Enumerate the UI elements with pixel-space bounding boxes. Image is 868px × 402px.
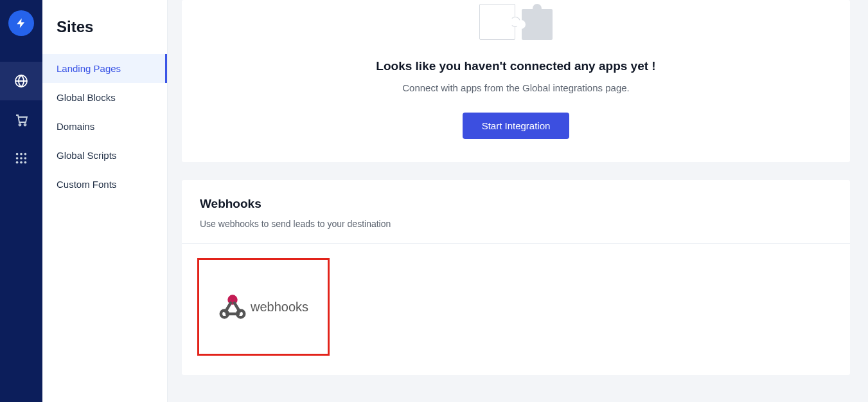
webhooks-body: webhooks xyxy=(182,244,850,375)
globe-icon xyxy=(13,73,29,89)
empty-title: Looks like you haven't connected any app… xyxy=(182,59,850,73)
sidebar-item-global-scripts[interactable]: Global Scripts xyxy=(42,141,167,170)
flash-icon xyxy=(15,17,27,29)
svg-point-6 xyxy=(16,157,19,160)
svg-point-11 xyxy=(24,161,27,164)
sidebar-item-landing-pages[interactable]: Landing Pages xyxy=(42,54,167,83)
webhooks-header: Webhooks Use webhooks to send leads to y… xyxy=(182,180,850,244)
svg-point-5 xyxy=(24,153,27,156)
svg-point-1 xyxy=(19,124,21,126)
sidebar-item-label: Landing Pages xyxy=(57,63,121,74)
nav-rail-apps[interactable] xyxy=(0,139,42,178)
app-logo[interactable] xyxy=(8,10,34,36)
svg-point-15 xyxy=(230,297,235,302)
sidebar-item-label: Custom Fonts xyxy=(57,179,116,190)
puzzle-illustration xyxy=(182,0,850,40)
svg-point-4 xyxy=(20,153,22,156)
sidebar-item-custom-fonts[interactable]: Custom Fonts xyxy=(42,170,167,199)
start-integration-button[interactable]: Start Integration xyxy=(463,113,570,139)
webhooks-tile[interactable]: webhooks xyxy=(197,258,330,356)
svg-point-3 xyxy=(16,153,19,156)
webhooks-tile-label: webhooks xyxy=(251,300,308,315)
empty-subtitle: Connect with apps from the Global integr… xyxy=(182,82,850,93)
integrations-empty-card: Looks like you haven't connected any app… xyxy=(182,0,850,162)
main-content: Looks like you haven't connected any app… xyxy=(168,0,868,402)
webhooks-logo: webhooks xyxy=(218,294,308,320)
webhooks-subtitle: Use webhooks to send leads to your desti… xyxy=(200,219,832,229)
nav-rail xyxy=(0,0,42,402)
cart-icon xyxy=(13,112,29,127)
sidebar-item-domains[interactable]: Domains xyxy=(42,112,167,141)
svg-point-2 xyxy=(24,124,26,126)
svg-point-10 xyxy=(20,161,22,164)
sidebar-item-label: Global Scripts xyxy=(57,150,116,161)
sidebar-item-label: Global Blocks xyxy=(57,92,116,103)
svg-point-9 xyxy=(16,161,19,164)
nav-rail-sites[interactable] xyxy=(0,62,42,100)
sidebar-item-label: Domains xyxy=(57,121,94,132)
sidebar-title: Sites xyxy=(42,0,167,54)
webhooks-card: Webhooks Use webhooks to send leads to y… xyxy=(182,180,850,375)
svg-point-8 xyxy=(24,157,27,160)
webhooks-title: Webhooks xyxy=(200,197,832,211)
sidebar-item-global-blocks[interactable]: Global Blocks xyxy=(42,83,167,112)
webhooks-icon xyxy=(218,294,247,320)
grid-icon xyxy=(14,151,28,165)
nav-rail-cart[interactable] xyxy=(0,100,42,139)
puzzle-piece-icon xyxy=(479,4,515,40)
sidebar: Sites Landing Pages Global Blocks Domain… xyxy=(42,0,168,402)
puzzle-piece-icon xyxy=(522,9,553,40)
svg-point-7 xyxy=(20,157,22,160)
